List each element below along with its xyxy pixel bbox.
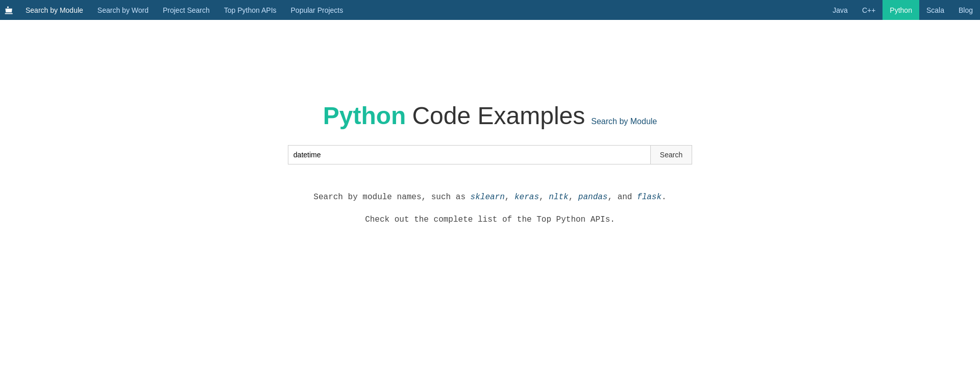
nltk-link[interactable]: nltk: [549, 193, 568, 202]
nav-lang-links: Java C++ Python Scala Blog: [825, 0, 980, 20]
nav-lang-scala[interactable]: Scala: [919, 0, 951, 20]
nav-lang-python[interactable]: Python: [883, 0, 919, 20]
nav-lang-cpp[interactable]: C++: [855, 0, 883, 20]
flask-link[interactable]: flask: [637, 193, 662, 202]
keras-link[interactable]: keras: [514, 193, 539, 202]
nav-lang-java[interactable]: Java: [825, 0, 855, 20]
nav-search-by-word[interactable]: Search by Word: [90, 0, 156, 20]
hero-title-rest: Code Examples: [412, 102, 585, 130]
navbar: Search by Module Search by Word Project …: [0, 0, 980, 20]
nav-search-by-module[interactable]: Search by Module: [18, 0, 90, 20]
nav-links: Search by Module Search by Word Project …: [18, 0, 825, 20]
main-content: Python Code Examples Search by Module Se…: [0, 20, 980, 224]
hero-python-word: Python: [323, 102, 406, 130]
search-input[interactable]: [288, 145, 650, 164]
search-container: Search: [288, 145, 692, 164]
description-text: Search by module names, such as sklearn,…: [313, 190, 666, 205]
hero-title: Python Code Examples Search by Module: [323, 102, 657, 130]
coffee-icon: [4, 5, 14, 16]
top-apis-link[interactable]: the Top Python APIs: [517, 215, 610, 224]
logo: [0, 0, 18, 20]
nav-project-search[interactable]: Project Search: [156, 0, 217, 20]
hero-subtitle-link[interactable]: Search by Module: [591, 117, 657, 126]
nav-top-python-apis[interactable]: Top Python APIs: [217, 0, 284, 20]
check-line: Check out the complete list of the Top P…: [365, 215, 615, 224]
nav-popular-projects[interactable]: Popular Projects: [284, 0, 351, 20]
description-line1: Search by module names, such as sklearn,…: [313, 190, 666, 205]
nav-lang-blog[interactable]: Blog: [951, 0, 980, 20]
search-button[interactable]: Search: [650, 145, 692, 164]
pandas-link[interactable]: pandas: [578, 193, 608, 202]
sklearn-link[interactable]: sklearn: [471, 193, 505, 202]
